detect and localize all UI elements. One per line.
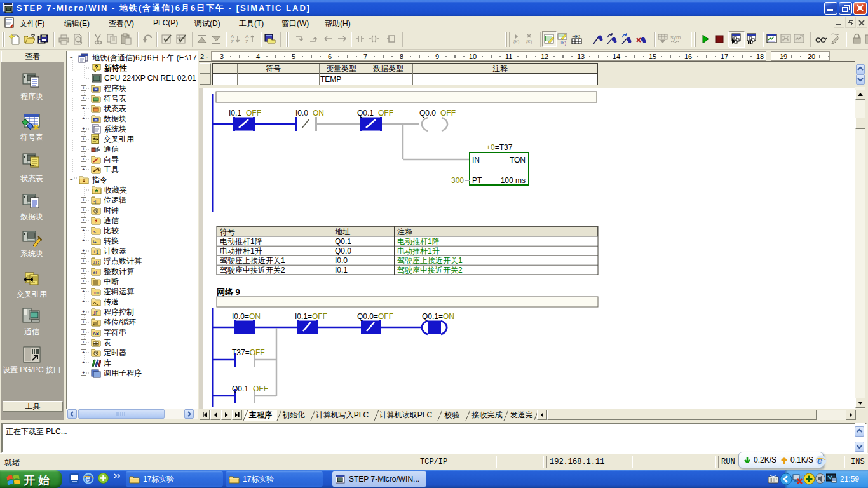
svg-text:5: 5	[292, 53, 295, 60]
svg-text:变量类型: 变量类型	[326, 64, 356, 73]
svg-text:{K): {K)	[526, 39, 532, 44]
svg-text:I0.0=ON: I0.0=ON	[295, 109, 324, 118]
svg-text:20: 20	[808, 53, 815, 60]
svg-text:驾驶座上接近开关1: 驾驶座上接近开关1	[397, 256, 463, 265]
svg-text:I0.1=OFF: I0.1=OFF	[295, 312, 327, 321]
svg-text:16: 16	[684, 53, 692, 60]
svg-text:Z: Z	[245, 39, 248, 44]
svg-text:-||: -||	[93, 199, 97, 204]
svg-text:19: 19	[780, 53, 787, 60]
svg-text:±I: ±I	[93, 269, 97, 275]
svg-text:4: 4	[256, 53, 260, 60]
svg-text:IN: IN	[472, 156, 480, 165]
svg-text:地址: 地址	[335, 227, 350, 236]
svg-text:Q0.0: Q0.0	[335, 247, 351, 255]
svg-text:8: 8	[400, 53, 403, 60]
svg-text:电动推杆1升: 电动推杆1升	[220, 247, 262, 255]
svg-text:7: 7	[363, 53, 367, 60]
svg-text:sym: sym	[670, 34, 681, 41]
svg-text:{K): {K)	[513, 39, 519, 44]
svg-text:300: 300	[451, 176, 464, 185]
svg-text:网络 9: 网络 9	[217, 287, 240, 297]
svg-text:I0.1: I0.1	[335, 266, 348, 274]
svg-text:⅃Γ: ⅃Γ	[92, 311, 98, 315]
svg-text:13: 13	[577, 53, 585, 60]
svg-text:AB: AB	[93, 331, 99, 336]
svg-text:±R: ±R	[93, 259, 99, 265]
svg-text:15: 15	[649, 53, 656, 60]
svg-text:I0.0=ON: I0.0=ON	[232, 312, 261, 321]
svg-text:+1: +1	[93, 249, 99, 255]
svg-text:18: 18	[756, 53, 764, 60]
svg-text:14: 14	[613, 53, 620, 60]
svg-text:注释: 注释	[397, 227, 412, 236]
svg-text:11: 11	[505, 53, 512, 60]
svg-text:TEMP: TEMP	[320, 75, 341, 84]
svg-text:Z: Z	[231, 39, 234, 44]
svg-text:101: 101	[93, 291, 100, 295]
svg-text:9: 9	[435, 53, 439, 60]
svg-text:10: 10	[469, 53, 477, 60]
svg-text:Q0.1=OFF: Q0.1=OFF	[357, 109, 393, 118]
svg-text:驾驶座中接近开关2: 驾驶座中接近开关2	[220, 266, 285, 274]
svg-text:T37=OFF: T37=OFF	[232, 348, 265, 357]
svg-text:电动推杆1降: 电动推杆1降	[220, 237, 262, 246]
svg-text:电动推杆1升: 电动推杆1升	[397, 247, 440, 255]
svg-text:驾驶座中接近开关2: 驾驶座中接近开关2	[397, 266, 463, 274]
svg-text:e: e	[817, 455, 822, 466]
svg-text:I0.0: I0.0	[335, 256, 348, 265]
svg-text:+0=T37: +0=T37	[486, 143, 513, 152]
svg-text:PT: PT	[472, 176, 482, 185]
svg-text:Q0.1=ON: Q0.1=ON	[422, 312, 454, 321]
svg-text:Q0.0=OFF: Q0.0=OFF	[357, 312, 393, 321]
svg-text:100 ms: 100 ms	[501, 176, 526, 185]
svg-text:注释: 注释	[492, 64, 508, 73]
svg-text:驾驶座上接近开关1: 驾驶座上接近开关1	[220, 256, 285, 265]
svg-text:Q0.0=OFF: Q0.0=OFF	[419, 109, 456, 118]
svg-text:17: 17	[721, 53, 728, 60]
svg-text:数据类型: 数据类型	[373, 64, 403, 73]
svg-text:电动推杆1降: 电动推杆1降	[397, 237, 440, 246]
svg-text:⇆: ⇆	[93, 240, 97, 244]
svg-text:6: 6	[328, 53, 332, 60]
svg-text:⊣K): ⊣K)	[558, 41, 566, 46]
svg-text:I0.1=OFF: I0.1=OFF	[229, 109, 261, 118]
svg-text:Q0.1=OFF: Q0.1=OFF	[232, 384, 268, 393]
svg-text:符号: 符号	[266, 64, 281, 73]
svg-text:符号: 符号	[220, 227, 235, 236]
svg-text:<: <	[93, 229, 97, 234]
svg-text:12: 12	[541, 53, 548, 60]
svg-text:3: 3	[220, 53, 224, 60]
svg-text:TON: TON	[510, 156, 526, 165]
svg-text:?: ?	[95, 64, 98, 71]
svg-text:Q0.1: Q0.1	[335, 237, 351, 246]
